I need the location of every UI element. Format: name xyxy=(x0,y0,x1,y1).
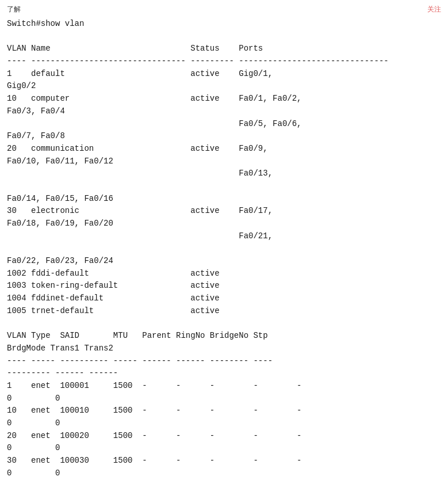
terminal-output: Switch#show vlan VLAN Name Status Ports … xyxy=(7,18,441,480)
top-bar-left-text: 了解 xyxy=(7,5,21,14)
top-bar: 了解 关注 xyxy=(7,5,441,14)
top-bar-right-text: 关注 xyxy=(427,5,441,14)
terminal-container: 了解 关注 Switch#show vlan VLAN Name Status … xyxy=(0,0,448,480)
